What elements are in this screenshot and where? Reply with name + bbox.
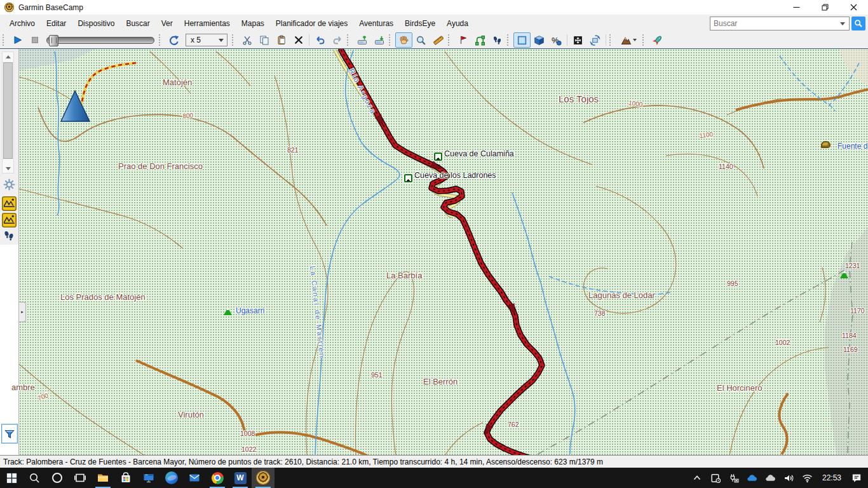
stop-button[interactable] bbox=[26, 32, 43, 48]
copy-button[interactable] bbox=[255, 32, 273, 48]
menu-mapas[interactable]: Mapas bbox=[236, 15, 270, 32]
remote-desktop-button[interactable] bbox=[137, 468, 160, 488]
start-button[interactable] bbox=[0, 468, 23, 488]
map-canvas[interactable] bbox=[19, 49, 868, 456]
plug-disconnected-tray-button[interactable] bbox=[724, 468, 743, 488]
taskbar-search-button[interactable] bbox=[23, 468, 46, 488]
panel-expand-tab[interactable]: ▸ bbox=[19, 302, 26, 322]
send-to-device-button[interactable] bbox=[353, 32, 370, 48]
menu-herramientas[interactable]: Herramientas bbox=[179, 15, 236, 32]
map-product-button-2[interactable] bbox=[2, 213, 17, 227]
tracks-panel-button[interactable] bbox=[3, 229, 15, 242]
toolbar-grip[interactable] bbox=[642, 34, 646, 46]
playback-speed-combobox[interactable]: x 5 bbox=[186, 34, 227, 46]
menu-aventuras[interactable]: Aventuras bbox=[353, 15, 399, 32]
search-button[interactable] bbox=[851, 17, 865, 30]
menu-ayuda[interactable]: Ayuda bbox=[441, 15, 474, 32]
measure-tool-button[interactable] bbox=[430, 32, 447, 48]
menu-birdseye[interactable]: BirdsEye bbox=[399, 15, 441, 32]
search-dropdown-chevron-icon[interactable] bbox=[840, 22, 845, 25]
title-bar: Garmin BaseCamp bbox=[0, 0, 868, 15]
switch-view-button[interactable] bbox=[587, 32, 604, 48]
toolbar-grip[interactable] bbox=[389, 34, 393, 46]
play-button[interactable] bbox=[9, 32, 26, 48]
blue-flag-marker[interactable] bbox=[61, 91, 90, 121]
cut-button[interactable] bbox=[238, 32, 255, 48]
toolbar-grip[interactable] bbox=[507, 34, 511, 46]
phone-link-tray-button[interactable] bbox=[706, 468, 724, 488]
menu-dispositivo[interactable]: Dispositivo bbox=[72, 15, 120, 32]
waypoint-tool-button[interactable] bbox=[454, 32, 471, 48]
cortana-button[interactable] bbox=[46, 468, 69, 488]
menu-planificador[interactable]: Planificador de viajes bbox=[270, 15, 353, 32]
redo-button[interactable] bbox=[329, 32, 346, 48]
close-button[interactable] bbox=[839, 0, 868, 15]
scrollbar-thumb[interactable] bbox=[3, 62, 13, 159]
maximize-button[interactable] bbox=[811, 0, 839, 15]
pan-tool-button[interactable] bbox=[395, 32, 412, 48]
file-explorer-button[interactable] bbox=[92, 468, 114, 488]
wifi-tray-button[interactable] bbox=[798, 468, 817, 488]
reset-view-button[interactable] bbox=[165, 32, 182, 48]
store-button[interactable] bbox=[114, 468, 137, 488]
map-3d-button[interactable] bbox=[531, 32, 548, 48]
percent-icon: % bbox=[551, 35, 562, 46]
toolbar-grip[interactable] bbox=[609, 34, 613, 46]
settings-button[interactable] bbox=[3, 179, 15, 191]
basecamp-taskbar-button[interactable] bbox=[252, 468, 275, 488]
word-button[interactable]: W bbox=[229, 468, 252, 488]
mail-button[interactable] bbox=[183, 468, 206, 488]
onedrive-tray-button[interactable] bbox=[743, 468, 761, 488]
toolbar-grip[interactable] bbox=[448, 34, 452, 46]
hidden-icons-chevron[interactable] bbox=[688, 468, 706, 488]
menu-editar[interactable]: Editar bbox=[41, 15, 72, 32]
left-sidebar bbox=[0, 49, 19, 456]
playback-slider[interactable] bbox=[46, 37, 154, 44]
zoom-tool-button[interactable] bbox=[412, 32, 430, 48]
task-view-button[interactable] bbox=[69, 468, 92, 488]
taskbar: W 22:53 bbox=[0, 468, 868, 488]
toolbar-grip[interactable] bbox=[159, 34, 163, 46]
search-input[interactable] bbox=[710, 19, 840, 28]
undo-button[interactable] bbox=[311, 32, 329, 48]
elevation-profile-button[interactable] bbox=[616, 32, 641, 48]
center-map-icon bbox=[573, 35, 583, 46]
edge-button[interactable] bbox=[160, 468, 183, 488]
birdseye-button[interactable] bbox=[649, 32, 666, 48]
store-bag-icon bbox=[119, 471, 132, 484]
paste-button[interactable] bbox=[273, 32, 290, 48]
word-letter: W bbox=[236, 473, 243, 482]
volume-tray-button[interactable] bbox=[780, 468, 798, 488]
scroll-down-button[interactable] bbox=[3, 164, 13, 173]
map-2d-button[interactable] bbox=[513, 32, 531, 48]
maximize-icon bbox=[822, 4, 829, 11]
menu-buscar[interactable]: Buscar bbox=[120, 15, 155, 32]
cloud-icon bbox=[765, 473, 776, 484]
receive-from-device-button[interactable] bbox=[370, 32, 388, 48]
center-map-button[interactable] bbox=[569, 32, 587, 48]
trail-base bbox=[81, 63, 136, 107]
map-product-button-1[interactable] bbox=[2, 196, 17, 211]
plug-x-icon bbox=[728, 473, 739, 484]
transparency-button[interactable]: % bbox=[548, 32, 565, 48]
menu-ver[interactable]: Ver bbox=[156, 15, 179, 32]
onedrive-personal-tray-button[interactable] bbox=[761, 468, 780, 488]
taskbar-clock[interactable]: 22:53 bbox=[817, 468, 847, 488]
toolbar-grip[interactable] bbox=[232, 34, 236, 46]
toolbar-separator bbox=[606, 34, 606, 46]
minimize-button[interactable] bbox=[782, 0, 811, 15]
delete-x-icon bbox=[294, 35, 304, 45]
toolbar-grip[interactable] bbox=[347, 34, 351, 46]
filter-button[interactable] bbox=[1, 424, 18, 444]
delete-button[interactable] bbox=[290, 32, 307, 48]
chrome-button[interactable] bbox=[206, 468, 229, 488]
toolbar-grip[interactable] bbox=[3, 34, 6, 46]
sidebar-scrollbar[interactable] bbox=[2, 51, 14, 173]
action-center-button[interactable] bbox=[847, 468, 865, 488]
slider-thumb[interactable] bbox=[49, 35, 58, 46]
scroll-up-button[interactable] bbox=[3, 52, 13, 61]
route-tool-button[interactable] bbox=[471, 32, 489, 48]
menu-archivo[interactable]: Archivo bbox=[4, 15, 41, 32]
hand-icon bbox=[398, 35, 409, 46]
track-tool-button[interactable] bbox=[489, 32, 506, 48]
